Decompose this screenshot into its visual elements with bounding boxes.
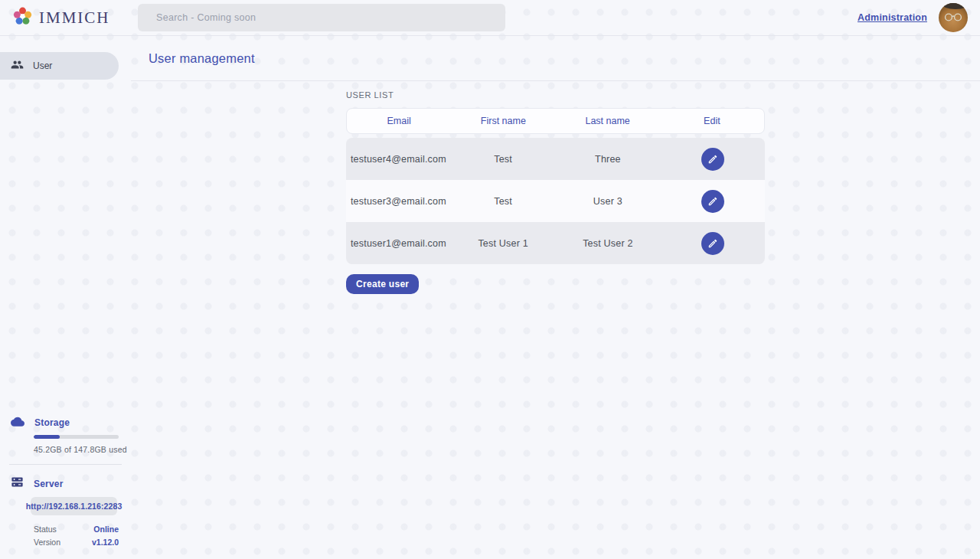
- sidebar-footer: Storage 45.2GB of 147.8GB used: [0, 416, 131, 559]
- main-panel: User management USER LIST Email First na…: [131, 36, 980, 559]
- server-status-label: Status: [34, 525, 57, 534]
- server-title: Server: [34, 479, 64, 489]
- user-avatar[interactable]: [939, 3, 968, 32]
- cell-last-name: Test User 2: [556, 238, 661, 249]
- sidebar-item-label: User: [33, 60, 52, 71]
- page-title-bar: User management: [131, 36, 980, 81]
- server-icon: [11, 476, 24, 492]
- cell-email: testuser3@email.com: [346, 196, 451, 207]
- cell-last-name: User 3: [556, 196, 661, 207]
- storage-usage-text: 45.2GB of 147.8GB used: [34, 445, 131, 454]
- table-row: testuser1@email.com Test User 1 Test Use…: [346, 222, 765, 264]
- app-title: IMMICH: [39, 8, 110, 28]
- column-header-first-name: First name: [451, 116, 555, 126]
- administration-link[interactable]: Administration: [858, 12, 927, 23]
- glasses-icon: [943, 13, 963, 21]
- pencil-icon: [707, 196, 718, 207]
- user-table-header: Email First name Last name Edit: [346, 108, 765, 134]
- sidebar-item-users[interactable]: User: [0, 52, 119, 80]
- table-row: testuser3@email.com Test User 3: [346, 180, 765, 222]
- create-user-button[interactable]: Create user: [346, 274, 419, 294]
- cell-first-name: Test: [451, 154, 556, 165]
- cell-last-name: Three: [556, 154, 661, 165]
- pencil-icon: [707, 154, 718, 165]
- logo[interactable]: IMMICH: [12, 6, 138, 30]
- cell-email: testuser4@email.com: [346, 154, 451, 165]
- server-version-label: Version: [34, 538, 60, 547]
- cell-first-name: Test: [451, 196, 556, 207]
- column-header-edit: Edit: [660, 116, 764, 126]
- server-status-value: Online: [93, 525, 119, 534]
- search-input[interactable]: [138, 4, 505, 31]
- edit-user-button[interactable]: [701, 232, 724, 255]
- cell-first-name: Test User 1: [451, 238, 556, 249]
- server-url-chip: http://192.168.1.216:2283: [31, 497, 117, 515]
- edit-user-button[interactable]: [701, 190, 724, 213]
- server-version-value: v1.12.0: [92, 538, 119, 547]
- sidebar-divider: [9, 464, 122, 465]
- storage-progress-bar: [34, 435, 119, 439]
- cell-email: testuser1@email.com: [346, 238, 451, 249]
- storage-progress-fill: [34, 435, 60, 439]
- sidebar: User Storage 45.2GB of 147.8GB used: [0, 36, 131, 559]
- column-header-last-name: Last name: [556, 116, 660, 126]
- group-icon: [11, 58, 24, 74]
- storage-title: Storage: [34, 417, 70, 428]
- user-table-body: testuser4@email.com Test Three testuser3…: [346, 138, 765, 264]
- section-title: USER LIST: [346, 90, 765, 100]
- pencil-icon: [707, 238, 718, 249]
- column-header-email: Email: [347, 116, 451, 126]
- edit-user-button[interactable]: [701, 148, 724, 171]
- immich-flower-icon: [12, 6, 33, 30]
- app-header: IMMICH Administration: [0, 0, 980, 36]
- page-title: User management: [149, 51, 255, 66]
- cloud-icon: [11, 416, 24, 430]
- table-row: testuser4@email.com Test Three: [346, 138, 765, 180]
